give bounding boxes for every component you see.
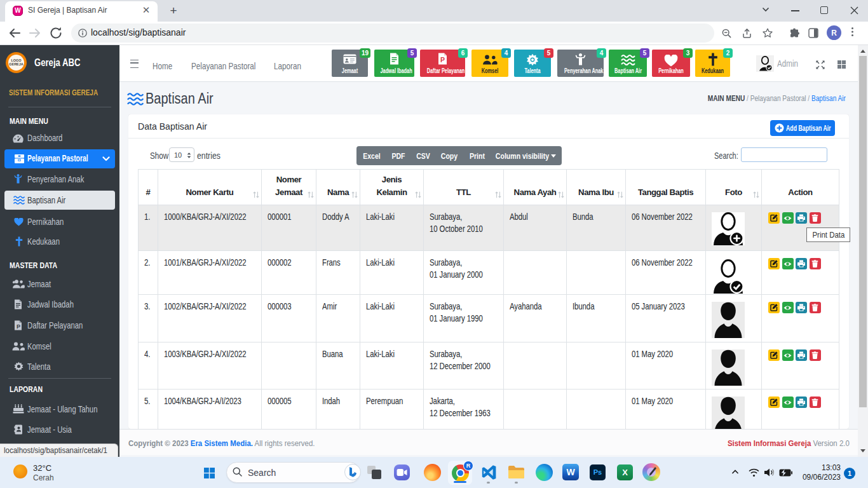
svg-text:P: P [440,56,445,64]
svg-text:P: P [17,323,20,330]
